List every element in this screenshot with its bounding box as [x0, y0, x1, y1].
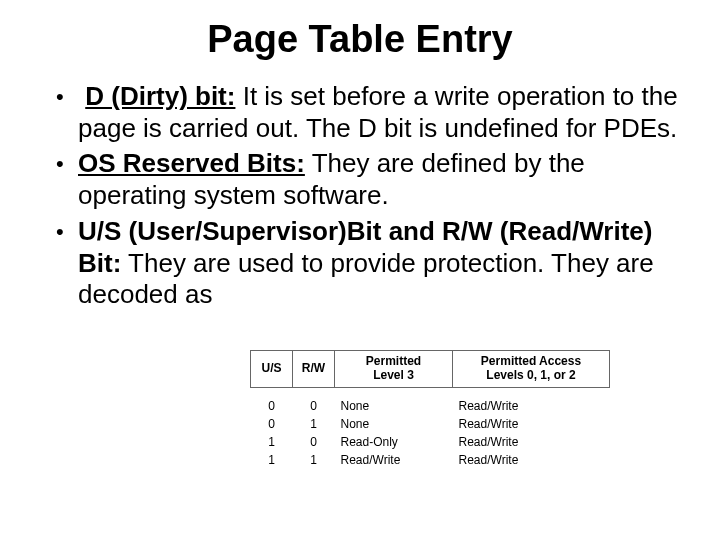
- th-line: Permitted Access: [481, 354, 581, 368]
- cell-pa: Read/Write: [453, 432, 610, 450]
- th-line: Permitted: [366, 354, 421, 368]
- th-permitted-access: Permitted AccessLevels 0, 1, or 2: [453, 351, 610, 388]
- cell-pa: Read/Write: [453, 450, 610, 468]
- cell-rw: 0: [293, 387, 335, 414]
- cell-pa: Read/Write: [453, 387, 610, 414]
- cell-pa: Read/Write: [453, 414, 610, 432]
- list-item: D (Dirty) bit: It is set before a write …: [30, 81, 690, 144]
- th-permitted-l3: PermittedLevel 3: [335, 351, 453, 388]
- table-row: 0 1 None Read/Write: [251, 414, 610, 432]
- th-line: Levels 0, 1, or 2: [486, 368, 575, 382]
- slide: Page Table Entry D (Dirty) bit: It is se…: [0, 0, 720, 540]
- cell-rw: 1: [293, 450, 335, 468]
- cell-rw: 1: [293, 414, 335, 432]
- th-us: U/S: [251, 351, 293, 388]
- protection-table: U/S R/W PermittedLevel 3 Permitted Acces…: [250, 350, 610, 468]
- table: U/S R/W PermittedLevel 3 Permitted Acces…: [250, 350, 610, 468]
- cell-us: 1: [251, 432, 293, 450]
- table-row: 1 0 Read-Only Read/Write: [251, 432, 610, 450]
- bullet-label: OS Reserved Bits:: [78, 148, 305, 178]
- table-row: 1 1 Read/Write Read/Write: [251, 450, 610, 468]
- cell-us: 1: [251, 450, 293, 468]
- cell-us: 0: [251, 387, 293, 414]
- bullet-text: They are used to provide protection. The…: [78, 248, 654, 310]
- list-item: U/S (User/Supervisor)Bit and R/W (Read/W…: [30, 216, 690, 311]
- cell-p3: Read/Write: [335, 450, 453, 468]
- th-line: Level 3: [373, 368, 414, 382]
- cell-p3: None: [335, 387, 453, 414]
- th-rw: R/W: [293, 351, 335, 388]
- cell-rw: 0: [293, 432, 335, 450]
- cell-p3: Read-Only: [335, 432, 453, 450]
- cell-p3: None: [335, 414, 453, 432]
- table-row: 0 0 None Read/Write: [251, 387, 610, 414]
- cell-us: 0: [251, 414, 293, 432]
- bullet-list: D (Dirty) bit: It is set before a write …: [30, 81, 690, 311]
- list-item: OS Reserved Bits: They are defined by th…: [30, 148, 690, 211]
- bullet-label: D (Dirty) bit:: [85, 81, 235, 111]
- table-header-row: U/S R/W PermittedLevel 3 Permitted Acces…: [251, 351, 610, 388]
- page-title: Page Table Entry: [30, 18, 690, 61]
